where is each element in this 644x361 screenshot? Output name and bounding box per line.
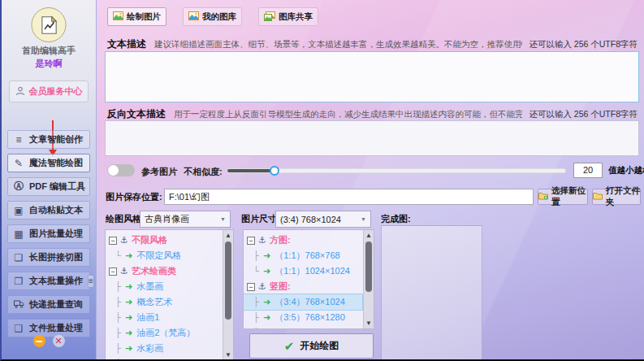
tree-item-label: （9:16）720×1280 [274, 327, 350, 329]
prompt-hint: 建议详细描述画面主体、细节、场景等，文本描述越丰富，生成效果越精美。不能为空，推… [154, 39, 522, 50]
scrollbar-thumb[interactable] [225, 241, 231, 320]
size-item[interactable]: ├ ➜ （3:5）768×1280 [244, 310, 362, 325]
tree-item-label: 概念艺术 [136, 296, 172, 308]
size-group-portrait[interactable]: − ⚓ 竖图: [244, 279, 362, 294]
arrow-icon: ➜ [263, 328, 270, 329]
scroll-up-icon[interactable]: ▲ [364, 230, 374, 241]
dissimilarity-slider[interactable] [227, 168, 566, 173]
size-item[interactable]: └ ➜ （1:1）1024×1024 [244, 263, 362, 279]
choose-location-button[interactable]: 选择新位置 [538, 189, 588, 205]
sidebar-item-image-batch[interactable]: ▦ 图片批量处理 [7, 224, 90, 243]
tab-draw-picture[interactable]: 绘制图片 [107, 7, 166, 26]
tab-label: 绘制图片 [127, 11, 161, 23]
save-location-input[interactable] [164, 189, 534, 205]
style-select[interactable]: 古典肖像画 ▼ [140, 211, 231, 228]
style-item[interactable]: ├ ➜ 水彩画 [106, 341, 222, 356]
truck-icon [13, 299, 24, 311]
prompt-textarea[interactable] [105, 51, 639, 102]
style-group-unrestricted[interactable]: − ⚓ 不限风格 [106, 233, 222, 248]
minimize-button[interactable] [33, 335, 45, 347]
sidebar-item-label: 自动粘贴文本 [29, 204, 83, 216]
sidebar-item-label: 快递批量查询 [29, 298, 83, 311]
member-center-button[interactable]: 会员服务中心 [9, 80, 89, 102]
pictures-stack-icon [264, 11, 275, 23]
style-item[interactable]: ├ ➜ 像素画 [106, 356, 222, 361]
tab-gallery-share[interactable]: 图库共享 [258, 7, 318, 26]
style-tree-panel: − ⚓ 不限风格 └ ➜ 不限定风格 − ⚓ 艺术绘画类 ├ ➜ 水墨画 ├ ➜ [105, 229, 234, 361]
collapse-icon[interactable]: − [109, 237, 117, 245]
negative-prompt-hint: 用于一定程度上从反面引导模型生成的走向，减少生成结果中出现描述内容的可能，但不能… [174, 109, 522, 120]
arrow-icon: ➜ [125, 343, 132, 354]
size-tree-panel: − ⚓ 方图: ├ ➜ （1:1）768×768 └ ➜ （1:1）1024×1… [243, 229, 374, 329]
tree-item-label: 像素画 [136, 358, 163, 361]
sidebar-item-article-creation[interactable]: ≡ 文章智能创作 [7, 130, 90, 149]
branch-line: ├ [253, 250, 263, 261]
style-tree-scrollbar[interactable]: ▲ ▼ [223, 230, 233, 360]
sidebar-item-label: 魔法智能绘图 [29, 157, 83, 169]
branch-line: ├ [115, 343, 125, 354]
size-item[interactable]: ├ ➜ （9:16）720×1280 [244, 325, 362, 329]
dissimilarity-note: 值越小越相似 [608, 165, 644, 176]
style-item[interactable]: ├ ➜ 油画2（梵高） [106, 325, 222, 341]
branch-line: ├ [253, 312, 263, 323]
size-select[interactable]: (3:4) 768×1024 ▼ [275, 211, 371, 228]
close-button[interactable]: ✕ [53, 335, 65, 347]
size-tree-scrollbar[interactable]: ▲ ▼ [363, 230, 374, 328]
branch-line: ├ [253, 328, 263, 329]
check-icon: ✔ [284, 339, 295, 354]
branch-line: ├ [115, 297, 125, 307]
style-tree: − ⚓ 不限风格 └ ➜ 不限定风格 − ⚓ 艺术绘画类 ├ ➜ 水墨画 ├ ➜ [106, 233, 222, 361]
branch-line: ├ [115, 328, 125, 338]
size-group-square[interactable]: − ⚓ 方图: [244, 233, 362, 248]
style-group-art-painting[interactable]: − ⚓ 艺术绘画类 [106, 263, 222, 279]
text-batch-icon: ❐ [13, 276, 24, 287]
open-folder-button[interactable]: 打开文件夹 [592, 189, 641, 205]
prompt-header: 文本描述 建议详细描述画面主体、细节、场景等，文本描述越丰富，生成效果越精美。不… [107, 37, 638, 51]
collapse-icon[interactable]: − [247, 237, 255, 245]
crop-frame-icon: ❏ [13, 252, 24, 263]
result-label: 完成图: [381, 213, 411, 225]
slider-fill [227, 169, 274, 172]
branch-line: └ [253, 266, 263, 276]
negative-prompt-header: 反向文本描述 用于一定程度上从反面引导模型生成的走向，减少生成结果中出现描述内容… [107, 107, 638, 121]
size-item-selected[interactable]: ├ ➜ （3:4）768×1024 [244, 294, 362, 310]
arrow-icon: ➜ [125, 297, 132, 307]
arrow-icon: ➜ [263, 297, 270, 307]
sidebar-item-auto-paste[interactable]: ▣ 自动粘贴文本 [7, 201, 90, 220]
negative-prompt-textarea[interactable] [105, 120, 639, 156]
tree-item-label: 油画1 [136, 311, 159, 324]
size-item[interactable]: ├ ➜ （1:1）768×768 [244, 248, 362, 263]
collapse-icon[interactable]: − [247, 283, 255, 291]
chevron-down-icon: ▼ [361, 216, 366, 222]
sidebar-item-long-image-split[interactable]: ❏ 长图拼接切图 [7, 248, 90, 267]
sidebar-item-express-query[interactable]: 快递批量查询 [7, 295, 90, 314]
scroll-down-icon[interactable]: ▼ [223, 350, 233, 360]
folder-plus-icon [538, 192, 548, 202]
branch-line: ├ [115, 281, 125, 292]
sidebar-item-magic-drawing[interactable]: ✎ 魔法智能绘图 [7, 154, 90, 172]
user-name: 是玲啊 [2, 58, 96, 70]
style-item[interactable]: ├ ➜ 概念艺术 [106, 294, 222, 310]
branch-line: ├ [115, 312, 125, 323]
reference-image-toggle[interactable] [107, 164, 135, 176]
collapse-icon[interactable]: − [109, 267, 117, 276]
scrollbar-thumb[interactable] [365, 241, 372, 292]
style-item[interactable]: ├ ➜ 油画1 [106, 310, 222, 325]
style-item[interactable]: └ ➜ 不限定风格 [106, 248, 222, 263]
start-drawing-button[interactable]: ✔ 开始绘图 [249, 333, 374, 359]
scroll-up-icon[interactable]: ▲ [223, 230, 233, 241]
style-item[interactable]: ├ ➜ 水墨画 [106, 279, 222, 294]
style-select-value: 古典肖像画 [145, 213, 189, 225]
text-batch-menu-button[interactable]: ≡ [88, 275, 94, 288]
tree-group-label: 艺术绘画类 [132, 265, 176, 277]
sidebar-nav: ≡ 文章智能创作 ✎ 魔法智能绘图 Ⓐ PDF 编辑工具 ▣ 自动粘贴文本 ▦ … [7, 130, 90, 337]
sidebar-item-pdf-tools[interactable]: Ⓐ PDF 编辑工具 [7, 177, 90, 196]
slider-handle[interactable] [270, 166, 279, 176]
tab-bar: 绘制图片 我的图库 图库共享 [107, 7, 318, 26]
sidebar-item-text-batch[interactable]: ❐ 文本批量操作 ≡ [7, 272, 90, 290]
scroll-down-icon[interactable]: ▼ [364, 318, 374, 328]
arrow-icon: ➜ [263, 250, 270, 261]
tab-my-gallery[interactable]: 我的图库 [183, 7, 242, 26]
negative-prompt-char-counter: 还可以输入 256 个UTF8字符 [522, 109, 638, 120]
dissimilarity-value[interactable]: 20 [573, 163, 603, 178]
